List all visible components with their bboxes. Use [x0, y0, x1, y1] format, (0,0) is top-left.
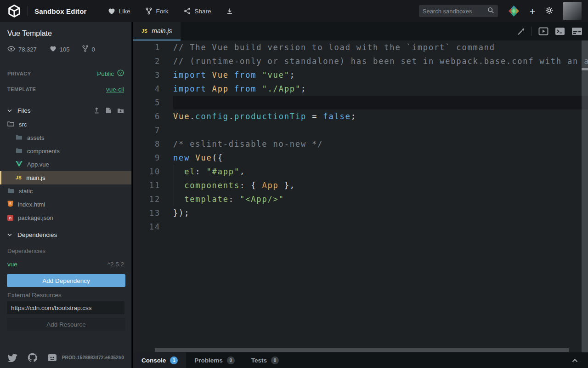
code-text: import Vue from "vue"; — [160, 68, 295, 82]
upload-files-icon[interactable] — [94, 107, 100, 114]
code-line[interactable]: 6Vue.config.productionTip = false; — [133, 109, 588, 123]
patron-gem-icon[interactable] — [508, 5, 520, 17]
share-button[interactable]: Share — [184, 7, 211, 15]
share-label: Share — [194, 8, 211, 15]
editor: JS main.js 1// The Vue b — [133, 22, 588, 368]
code-line[interactable]: 11 components: { App }, — [133, 178, 588, 192]
code-text: }); — [160, 206, 190, 220]
tree-item-static[interactable]: static — [0, 184, 131, 198]
github-icon[interactable] — [28, 353, 37, 362]
eye-icon — [7, 46, 15, 53]
file-label: index.html — [18, 201, 45, 208]
share-icon — [184, 7, 191, 15]
problems-label: Problems — [194, 357, 223, 364]
download-icon — [226, 8, 233, 15]
tab-tests[interactable]: Tests 0 — [243, 352, 287, 368]
files-section-header[interactable]: Files — [0, 105, 131, 116]
settings-button[interactable] — [545, 6, 553, 16]
code-editor[interactable]: 1// The Vue build version to load with t… — [133, 40, 588, 352]
template-label: TEMPLATE — [7, 86, 36, 92]
topbar-actions: Like Fork Share — [108, 7, 233, 15]
sandbox-search[interactable] — [419, 5, 498, 17]
tree-item-main-js[interactable]: JS main.js — [0, 171, 131, 184]
social-links — [7, 353, 57, 362]
tab-console[interactable]: Console 1 — [133, 352, 186, 368]
console-view-icon[interactable] — [555, 27, 565, 35]
code-line[interactable]: 4import App from "./App"; — [133, 82, 588, 96]
code-line[interactable]: 10 el: "#app", — [133, 165, 588, 178]
console-count-badge: 1 — [170, 356, 178, 364]
file-label: package.json — [18, 214, 53, 221]
fork-icon — [82, 45, 88, 53]
line-number: 9 — [133, 151, 160, 165]
tree-item-app-vue[interactable]: App.vue — [0, 158, 131, 171]
tree-item-index-html[interactable]: 5 index.html — [0, 198, 131, 211]
indent-guide — [174, 165, 174, 206]
discord-icon[interactable] — [47, 354, 57, 362]
add-dependency-button[interactable]: Add Dependency — [7, 274, 125, 287]
code-line[interactable]: 12 template: "<App/>" — [133, 192, 588, 206]
template-link[interactable]: vue-cli — [106, 86, 124, 93]
gear-icon — [545, 6, 553, 16]
tab-main-js[interactable]: JS main.js — [133, 22, 181, 40]
files-header-label: Files — [17, 107, 31, 114]
dependency-name[interactable]: vue — [7, 261, 17, 268]
codesandbox-logo-icon[interactable] — [6, 3, 22, 19]
tree-item-package-json[interactable]: n package.json — [0, 211, 131, 224]
user-avatar[interactable] — [563, 2, 582, 20]
download-button[interactable] — [226, 8, 233, 15]
code-line[interactable]: 3import Vue from "vue"; — [133, 68, 588, 82]
files-actions — [94, 107, 124, 114]
new-file-icon[interactable] — [106, 107, 111, 114]
code-text: Vue.config.productionTip = false; — [160, 109, 356, 123]
preview-view-icon[interactable] — [538, 27, 548, 35]
add-resource-button[interactable]: Add Resource — [7, 318, 125, 331]
code-line[interactable]: 14 — [133, 220, 588, 234]
code-text: // The Vue build version to load with th… — [160, 40, 495, 54]
code-line[interactable]: 9new Vue({ — [133, 151, 588, 165]
tree-item-assets[interactable]: assets — [0, 131, 131, 144]
prettify-brush-icon[interactable] — [517, 28, 525, 35]
likes-stat: 105 — [50, 46, 70, 53]
twitter-icon[interactable] — [7, 354, 17, 362]
project-title: Vue Template — [0, 22, 131, 38]
horizontal-scrollbar[interactable] — [155, 348, 569, 352]
dependencies-section-header[interactable]: Dependencies — [0, 229, 131, 240]
code-line[interactable]: 7 — [133, 123, 588, 137]
layout-view-icon[interactable] — [571, 27, 582, 35]
code-line[interactable]: 13}); — [133, 206, 588, 220]
external-resource-item[interactable]: https://cdn.com/bootstrap.css — [7, 301, 124, 314]
dev-tools-bar: Console 1 Problems 0 Tests 0 — [133, 352, 588, 368]
help-circle-icon[interactable]: ? — [117, 69, 124, 78]
code-line[interactable]: 8/* eslint-disable no-new */ — [133, 137, 588, 151]
privacy-label: PRIVACY — [7, 71, 31, 76]
new-folder-icon[interactable] — [117, 107, 124, 114]
heart-icon — [50, 46, 57, 53]
code-line[interactable]: 2// (runtime-only or standalone) has bee… — [133, 54, 588, 68]
code-line[interactable]: 5 — [133, 96, 588, 109]
topbar: Sandbox Editor Like Fork Share — [0, 0, 588, 22]
code-line[interactable]: 1// The Vue build version to load with t… — [133, 40, 588, 54]
sidebar: Vue Template 78,327 105 0 PRIVACY P — [0, 22, 132, 368]
topbar-right: + — [419, 2, 582, 20]
folder-icon — [16, 134, 23, 141]
tree-item-src[interactable]: src — [0, 118, 131, 131]
new-sandbox-button[interactable]: + — [530, 6, 535, 16]
collapse-panel-button[interactable] — [572, 356, 588, 364]
vue-logo-icon — [16, 161, 23, 168]
views-count: 78,327 — [18, 46, 37, 53]
line-number: 6 — [133, 109, 160, 123]
code-text — [160, 96, 173, 109]
vertical-scrollbar[interactable] — [582, 40, 588, 352]
tree-item-components[interactable]: components — [0, 144, 131, 158]
folder-icon — [7, 188, 14, 195]
line-number: 11 — [133, 178, 160, 192]
vertical-scrollbar-thumb[interactable] — [582, 68, 588, 70]
search-input[interactable] — [423, 8, 487, 15]
line-number: 1 — [133, 40, 160, 54]
like-button[interactable]: Like — [108, 8, 130, 15]
fork-button[interactable]: Fork — [146, 7, 168, 15]
tab-problems[interactable]: Problems 0 — [186, 352, 243, 368]
views-stat: 78,327 — [7, 46, 37, 53]
code-text: // (runtime-only or standalone) has been… — [160, 54, 588, 68]
